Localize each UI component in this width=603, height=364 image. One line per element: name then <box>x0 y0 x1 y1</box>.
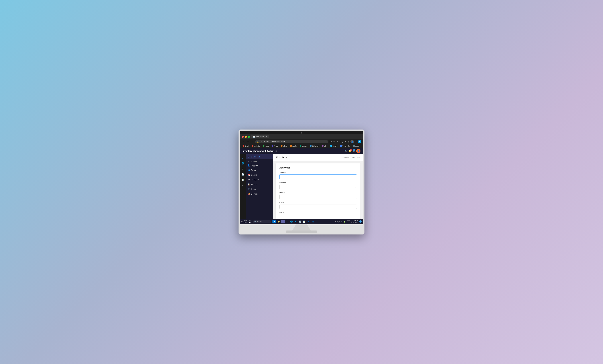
taskbar-search[interactable]: 🔍 Search <box>253 220 271 223</box>
icon-sidebar-home[interactable]: ⌂ <box>241 156 245 160</box>
bookmark-pixels[interactable]: P Pixels <box>271 145 279 147</box>
sidebar-product-label: Product <box>251 183 257 186</box>
browser-chrome: 📄 Add Order ✕ ← → ↻ 🔒 127.0.0.1:8000/sto… <box>240 134 363 148</box>
browser-titlebar: 📄 Add Order ✕ <box>240 134 363 139</box>
taskbar-app-teams[interactable]: T <box>281 220 285 223</box>
taskbar-app-skype[interactable]: S <box>294 220 298 223</box>
user-avatar[interactable]: 👤 <box>356 149 360 153</box>
gmail-icon: G <box>243 145 244 147</box>
split-view-icon[interactable]: ⧉ <box>339 140 340 143</box>
sidebar-item-product[interactable]: 📋 Product › <box>246 182 273 187</box>
taskbar-app-edge[interactable]: e <box>307 220 311 223</box>
taskbar-app-notes[interactable]: 📝 <box>302 220 306 223</box>
sidebar-supplier-label: Supplier <box>251 164 258 166</box>
bookmark-maps[interactable]: M Maps <box>262 145 269 147</box>
icon-sidebar-add[interactable]: + <box>241 183 245 188</box>
sidebar-item-dashboard[interactable]: ⊞ Dashboard <box>246 154 273 159</box>
bookmark-kaggle[interactable]: k Kaggle <box>329 145 338 147</box>
bookmark-gmail[interactable]: G Gmail <box>242 145 250 147</box>
taskbar-app-update[interactable]: 🔄 <box>298 220 302 223</box>
sys-language: ENGIN <box>347 220 350 223</box>
page-title: Dashboard <box>276 156 289 159</box>
refresh-page-icon[interactable]: ⟳ <box>336 141 338 143</box>
window-controls <box>242 136 250 138</box>
sidebar-item-category[interactable]: 🏷 Category › <box>246 177 273 182</box>
sidebar-item-buyer[interactable]: 👥 Buyer › <box>246 168 273 173</box>
taskbar-app-chrome[interactable]: 🌐 <box>290 220 293 223</box>
color-input[interactable] <box>279 205 357 209</box>
tab-icon: 📄 <box>253 136 255 138</box>
sys-tray-icons: ∧ ((•)) 🔊 🔋 <box>335 221 346 223</box>
tray-sound-icon[interactable]: 🔊 <box>340 221 343 223</box>
admin-label: admin <box>283 145 287 147</box>
page-header: Dashboard Dashboard / Order / Add <box>273 154 363 161</box>
tray-wifi-icon[interactable]: ((•)) <box>337 221 340 222</box>
admin-icon: a <box>281 145 283 147</box>
icon-sidebar-star[interactable]: ★ <box>241 167 245 171</box>
start-button[interactable] <box>248 220 252 223</box>
extensions-icon[interactable]: ⬡ <box>342 141 343 143</box>
more-options-icon[interactable]: ··· <box>355 141 357 143</box>
forward-button[interactable]: → <box>246 140 250 143</box>
bookmark-stellarium[interactable]: S Stellarium <box>309 145 320 147</box>
profile-avatar[interactable]: 👤 <box>350 140 354 143</box>
back-button[interactable]: ← <box>242 140 245 143</box>
hamburger-icon[interactable]: ≡ <box>275 150 277 152</box>
maps-label: Maps <box>265 145 269 147</box>
bookmark-icon[interactable]: ☆ <box>333 141 335 143</box>
browser-tab[interactable]: 📄 Add Order ✕ <box>251 135 269 138</box>
monitor-camera <box>301 132 302 133</box>
app-title-text: Inventory Management System <box>243 150 274 152</box>
minimize-button[interactable] <box>245 136 247 138</box>
tab-close-icon[interactable]: ✕ <box>266 136 267 138</box>
supplier-select[interactable]: ---------- <box>279 175 357 179</box>
tray-battery-icon[interactable]: 🔋 <box>343 221 345 223</box>
bookmark-admin[interactable]: a admin <box>280 145 288 147</box>
address-bar[interactable]: 🔒 127.0.0.1:8000/store/create-order/ <box>255 140 328 143</box>
bookmark-youtube[interactable]: ▶ YouTube <box>251 145 261 147</box>
bookmark-peace[interactable]: p peace <box>352 145 360 147</box>
sys-time[interactable]: 11:38 04-07-2023 <box>351 220 358 224</box>
bookmark-chatgpt[interactable]: C chatgpt <box>299 145 308 147</box>
taskbar-app-folder[interactable]: 🗂 <box>285 220 289 223</box>
breadcrumb-dashboard[interactable]: Dashboard <box>341 157 349 158</box>
messages-button[interactable]: ✉ 7 <box>353 150 355 152</box>
sidebar-item-supplier[interactable]: 👤 Supplier › <box>246 163 273 168</box>
sidebar-item-season[interactable]: 📅 Season › <box>246 173 273 177</box>
collections-icon[interactable]: ⊞ <box>348 141 349 143</box>
sidebar-item-delivery[interactable]: 🚚 Delivery › <box>246 191 273 196</box>
breadcrumb-add: Add <box>357 157 360 158</box>
breadcrumb-sep-2: / <box>356 157 356 158</box>
bookmark-vendor[interactable]: v vendor <box>289 145 298 147</box>
bookmark-odoo[interactable]: o odoo <box>321 145 328 147</box>
color-form-group: Color <box>279 201 357 209</box>
maximize-button[interactable] <box>248 136 250 138</box>
weather-icon: 🌤 <box>241 220 244 223</box>
translate-icon[interactable]: Aα <box>329 141 332 143</box>
favorites-icon[interactable]: ★ <box>345 141 346 143</box>
search-button[interactable]: 🔍 <box>345 150 347 152</box>
weather-widget[interactable]: 🌤 33°C Haze <box>241 220 247 223</box>
notification-center-button[interactable]: ⊡ <box>359 220 362 223</box>
design-input[interactable] <box>279 195 357 199</box>
icon-sidebar-file[interactable]: 📄 <box>241 172 245 176</box>
taskbar-app-bing[interactable]: B <box>272 220 276 223</box>
weather-condition: Haze <box>244 221 247 223</box>
breadcrumb-order[interactable]: Order <box>351 157 355 158</box>
content-area: Add Order Supplier ---------- Product <box>273 161 363 219</box>
close-button[interactable] <box>242 136 244 138</box>
kaggle-icon: k <box>330 145 332 147</box>
taskbar-app-files[interactable]: 📁 <box>277 220 280 223</box>
taskbar-app-vscode[interactable]: ⟨⟩ <box>311 220 315 223</box>
icon-sidebar-globe[interactable]: 🌐 <box>241 161 245 165</box>
product-select[interactable]: ---------- <box>279 185 357 189</box>
notifications-button[interactable]: 🔔 10 <box>349 150 351 152</box>
sidebar-item-order[interactable]: 🛒 Order › <box>246 187 273 191</box>
card-title: Add Order <box>279 166 357 169</box>
icon-sidebar-doc[interactable]: 📝 <box>241 178 245 182</box>
tray-up-icon[interactable]: ∧ <box>335 221 336 223</box>
bookmark-google-sky[interactable]: G Google Sky <box>339 145 351 147</box>
season-icon: 📅 <box>247 174 250 176</box>
refresh-button[interactable]: ↻ <box>251 140 254 143</box>
bing-button[interactable]: B <box>358 140 361 143</box>
